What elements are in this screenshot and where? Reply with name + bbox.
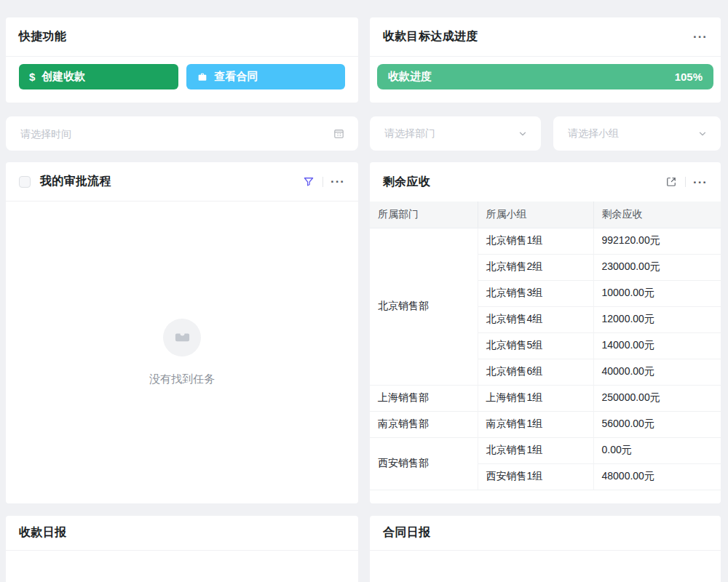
department-cell: 北京销售部 xyxy=(370,228,478,385)
amount-cell: 250000.00元 xyxy=(593,385,721,411)
quick-buttons-row: $ 创建收款 查看合同 xyxy=(6,57,358,89)
department-cell: 西安销售部 xyxy=(370,437,478,490)
ellipsis-menu-icon[interactable]: ··· xyxy=(693,31,708,43)
create-receipt-label: 创建收款 xyxy=(41,70,85,84)
amount-cell: 10000.00元 xyxy=(593,280,721,306)
progress-bar-label: 收款进度 xyxy=(388,70,432,84)
empty-state-circle xyxy=(163,319,201,356)
progress-bar-value: 105% xyxy=(675,71,703,83)
group-cell: 北京销售3组 xyxy=(478,280,593,306)
amount-cell: 0.00元 xyxy=(593,437,721,463)
amount-cell: 48000.00元 xyxy=(593,463,721,490)
department-select[interactable]: 请选择部门 xyxy=(370,116,541,151)
contract-daily-header: 合同日报 xyxy=(370,516,721,551)
remaining-receivable-header: 剩余应收 ··· xyxy=(370,162,721,202)
column-header-group: 所属小组 xyxy=(478,202,593,228)
remaining-receivable-card: 剩余应收 ··· 所属部门 所属小组 剩余应收 xyxy=(370,162,721,503)
table-row: 南京销售部南京销售1组56000.00元 xyxy=(370,411,721,437)
amount-cell: 14000.00元 xyxy=(593,332,721,359)
collection-progress-header: 收款目标达成进度 ··· xyxy=(370,17,721,57)
contract-daily-card: 合同日报 xyxy=(370,516,721,582)
group-cell: 北京销售2组 xyxy=(478,254,593,280)
progress-track: 收款进度 105% xyxy=(370,57,721,89)
amount-cell: 230000.00元 xyxy=(593,254,721,280)
group-cell: 南京销售1组 xyxy=(478,411,593,437)
group-cell: 上海销售1组 xyxy=(478,385,593,411)
table-row: 西安销售部北京销售1组0.00元 xyxy=(370,437,721,463)
quick-functions-title: 快捷功能 xyxy=(19,29,66,44)
receivable-table: 所属部门 所属小组 剩余应收 北京销售部北京销售1组992120.00元北京销售… xyxy=(370,202,721,490)
filter-funnel-icon[interactable] xyxy=(302,175,315,188)
progress-bar: 收款进度 105% xyxy=(377,64,713,89)
header-divider xyxy=(323,177,323,187)
table-row: 上海销售部上海销售1组250000.00元 xyxy=(370,385,721,411)
quick-functions-header: 快捷功能 xyxy=(6,17,358,57)
group-cell: 北京销售1组 xyxy=(478,437,593,463)
department-cell: 上海销售部 xyxy=(370,385,478,411)
empty-inbox-icon xyxy=(173,327,192,347)
time-picker-input[interactable] xyxy=(20,128,333,140)
ellipsis-menu-icon[interactable]: ··· xyxy=(693,176,708,188)
table-header-row: 所属部门 所属小组 剩余应收 xyxy=(370,202,721,228)
column-header-department: 所属部门 xyxy=(370,202,478,228)
department-cell: 南京销售部 xyxy=(370,411,478,437)
table-row: 北京销售部北京销售1组992120.00元 xyxy=(370,228,721,254)
column-header-amount: 剩余应收 xyxy=(593,202,721,228)
group-select[interactable]: 请选择小组 xyxy=(553,116,721,151)
calendar-icon xyxy=(333,127,345,140)
select-all-checkbox[interactable] xyxy=(19,176,31,188)
briefcase-icon xyxy=(197,71,208,83)
approval-empty-state: 没有找到任务 xyxy=(6,202,358,503)
view-contract-label: 查看合同 xyxy=(215,70,258,84)
amount-cell: 40000.00元 xyxy=(593,359,721,385)
approval-flow-card: 我的审批流程 ··· 没有找到任务 xyxy=(6,162,358,503)
group-cell: 北京销售4组 xyxy=(478,306,593,332)
collection-progress-title: 收款目标达成进度 xyxy=(383,29,478,44)
amount-cell: 12000.00元 xyxy=(593,306,721,332)
group-cell: 北京销售6组 xyxy=(478,359,593,385)
chevron-down-icon xyxy=(697,129,708,139)
ellipsis-menu-icon[interactable]: ··· xyxy=(331,175,345,188)
department-select-placeholder: 请选择部门 xyxy=(384,127,518,140)
quick-functions-card: 快捷功能 $ 创建收款 查看合同 xyxy=(6,17,358,103)
amount-cell: 992120.00元 xyxy=(593,228,721,254)
group-cell: 北京销售1组 xyxy=(478,228,593,254)
dashboard-page: 快捷功能 $ 创建收款 查看合同 收款目标达成进度 ··· 收款进度 xyxy=(0,0,728,582)
header-divider xyxy=(685,177,686,187)
remaining-receivable-title: 剩余应收 xyxy=(383,175,430,190)
group-cell: 北京销售5组 xyxy=(478,332,593,359)
receivable-table-body: 北京销售部北京销售1组992120.00元北京销售2组230000.00元北京销… xyxy=(370,228,721,490)
chevron-down-icon xyxy=(518,129,528,139)
contract-daily-title: 合同日报 xyxy=(383,525,430,541)
view-contract-button[interactable]: 查看合同 xyxy=(186,64,346,89)
approval-flow-title: 我的审批流程 xyxy=(40,174,111,189)
payment-daily-card: 收款日报 xyxy=(6,516,358,582)
group-select-placeholder: 请选择小组 xyxy=(568,127,697,140)
approval-flow-header: 我的审批流程 ··· xyxy=(6,162,358,202)
external-link-icon[interactable] xyxy=(665,175,678,188)
dollar-icon: $ xyxy=(29,71,35,83)
amount-cell: 56000.00元 xyxy=(593,411,721,437)
create-receipt-button[interactable]: $ 创建收款 xyxy=(19,64,178,89)
group-cell: 西安销售1组 xyxy=(478,463,593,490)
time-picker[interactable] xyxy=(6,116,358,151)
payment-daily-header: 收款日报 xyxy=(6,516,358,551)
empty-state-text: 没有找到任务 xyxy=(149,372,215,386)
collection-progress-card: 收款目标达成进度 ··· 收款进度 105% xyxy=(370,17,721,103)
payment-daily-title: 收款日报 xyxy=(19,525,66,541)
